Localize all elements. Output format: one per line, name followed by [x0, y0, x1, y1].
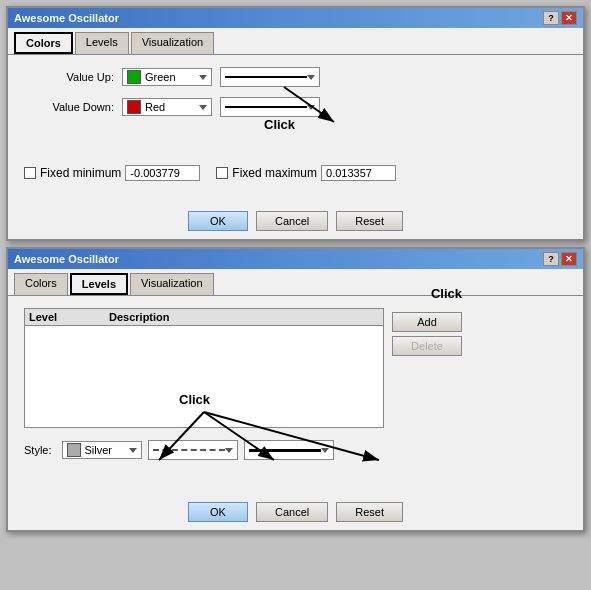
tab-bar-2: Colors Levels Visualization [8, 269, 583, 295]
dialog-2-title: Awesome Oscillator [14, 253, 119, 265]
ok-button-1[interactable]: OK [188, 211, 248, 231]
dialog-1-title: Awesome Oscillator [14, 12, 119, 24]
reset-button-1[interactable]: Reset [336, 211, 403, 231]
svg-text:Click: Click [179, 392, 211, 407]
tab-visualization-2[interactable]: Visualization [130, 273, 214, 295]
fixed-max-label: Fixed maximum [232, 166, 317, 180]
fixed-min-checkbox[interactable] [24, 167, 36, 179]
fixed-row: Fixed minimum -0.003779 Fixed maximum 0.… [24, 165, 567, 181]
fixed-min-group: Fixed minimum -0.003779 [24, 165, 200, 181]
svg-line-5 [159, 412, 204, 460]
arrow-svg-2: Click [24, 352, 567, 482]
tab-levels-1[interactable]: Levels [75, 32, 129, 54]
fixed-max-checkbox[interactable] [216, 167, 228, 179]
title-bar-buttons-2: ? ✕ [543, 252, 577, 266]
fixed-min-label: Fixed minimum [40, 166, 121, 180]
help-button-1[interactable]: ? [543, 11, 559, 25]
add-button[interactable]: Add [392, 312, 462, 332]
help-button-2[interactable]: ? [543, 252, 559, 266]
tab-visualization-1[interactable]: Visualization [131, 32, 215, 54]
tab-content-levels: Level Description Click Add Delete Style… [8, 295, 583, 494]
button-row-1: OK Cancel Reset [8, 203, 583, 239]
click-label-add: Click [431, 286, 462, 301]
close-button-2[interactable]: ✕ [561, 252, 577, 266]
cancel-button-2[interactable]: Cancel [256, 502, 328, 522]
tab-levels-2[interactable]: Levels [70, 273, 128, 295]
click-annotation-area-1: Click [24, 127, 567, 157]
cancel-button-1[interactable]: Cancel [256, 211, 328, 231]
fixed-min-input[interactable]: -0.003779 [125, 165, 200, 181]
click-annotations-area: Click [24, 462, 567, 482]
svg-line-1 [284, 87, 334, 122]
fixed-max-input[interactable]: 0.013357 [321, 165, 396, 181]
dialog-2: Awesome Oscillator ? ✕ Colors Levels Vis… [6, 247, 585, 532]
reset-button-2[interactable]: Reset [336, 502, 403, 522]
arrow-svg-1 [24, 67, 567, 147]
tab-content-colors: Value Up: Green Value Down: Red [8, 54, 583, 203]
ok-button-2[interactable]: OK [188, 502, 248, 522]
tab-colors-2[interactable]: Colors [14, 273, 68, 295]
button-row-2: OK Cancel Reset [8, 494, 583, 530]
svg-line-6 [204, 412, 274, 460]
dialog-1: Awesome Oscillator ? ✕ Colors Levels Vis… [6, 6, 585, 241]
close-button-1[interactable]: ✕ [561, 11, 577, 25]
levels-table-header: Level Description [25, 309, 383, 326]
tab-colors-1[interactable]: Colors [14, 32, 73, 54]
svg-line-7 [204, 412, 379, 460]
fixed-max-group: Fixed maximum 0.013357 [216, 165, 396, 181]
tab-bar-1: Colors Levels Visualization [8, 28, 583, 54]
description-col-header: Description [109, 311, 170, 323]
title-bar-1: Awesome Oscillator ? ✕ [8, 8, 583, 28]
level-col-header: Level [29, 311, 109, 323]
title-bar-buttons-1: ? ✕ [543, 11, 577, 25]
title-bar-2: Awesome Oscillator ? ✕ [8, 249, 583, 269]
